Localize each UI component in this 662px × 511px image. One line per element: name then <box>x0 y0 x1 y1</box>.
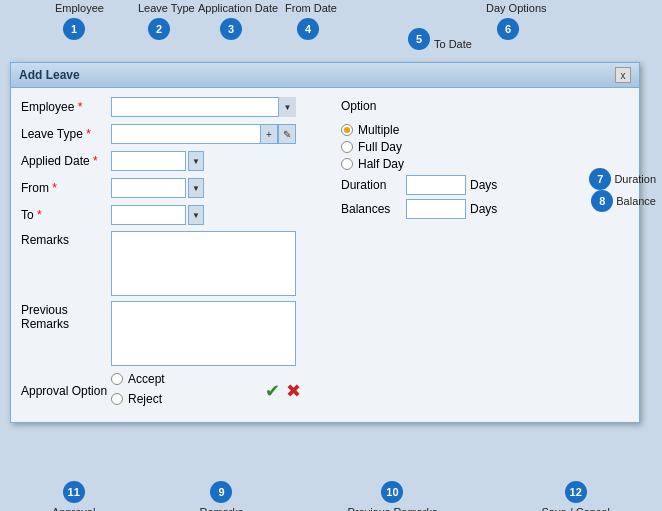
employee-dropdown-arrow[interactable]: ▼ <box>278 97 296 117</box>
halfday-radio[interactable] <box>341 158 353 170</box>
option-label: Option <box>341 99 376 113</box>
multiple-label: Multiple <box>358 123 399 137</box>
remarks-row: Remarks <box>21 231 331 296</box>
applied-date-row: Applied Date * /09/27 ▼ <box>21 150 331 172</box>
from-date-arrow[interactable]: ▼ <box>188 178 204 198</box>
multiple-option-row: Multiple <box>341 123 629 137</box>
duration-input[interactable] <box>406 175 466 195</box>
employee-label: Employee * <box>21 100 111 114</box>
ann-7-area: 7 Duration <box>589 168 656 190</box>
leave-type-label: Leave Type * <box>21 127 111 141</box>
to-row: To * ▼ <box>21 204 331 226</box>
halfday-label: Half Day <box>358 157 404 171</box>
applied-date-input[interactable]: /09/27 <box>111 151 186 171</box>
ann-label-8: Balance <box>616 195 656 207</box>
ann-label-10: Previous Remarks <box>348 506 438 511</box>
leave-type-edit-icon[interactable]: ✎ <box>278 124 296 144</box>
approval-reject-row: Reject <box>111 392 165 406</box>
halfday-option-row: Half Day <box>341 157 629 171</box>
from-date-wrapper: ▼ <box>111 178 204 198</box>
applied-date-wrapper: /09/27 ▼ <box>111 151 204 171</box>
option-row: Option <box>341 96 629 118</box>
ann-bubble-6: 6 <box>497 18 519 40</box>
reject-label: Reject <box>128 392 162 406</box>
left-column: Employee * ▼ Leave Type * <box>21 96 331 414</box>
duration-row: Duration Days <box>341 175 629 195</box>
ann-label-from-date: From Date <box>285 2 337 14</box>
ann-bubble-1: 1 <box>63 18 85 40</box>
add-leave-dialog: Add Leave x Employee * ▼ <box>10 62 640 423</box>
duration-days-label: Days <box>470 178 497 192</box>
fullday-label: Full Day <box>358 140 402 154</box>
balance-days-label: Days <box>470 202 497 216</box>
ann-bubble-10: 10 <box>381 481 403 503</box>
ann-bubble-8: 8 <box>591 190 613 212</box>
cancel-button[interactable]: ✖ <box>286 380 301 402</box>
ann-bubble-2: 2 <box>148 18 170 40</box>
employee-select-wrapper: ▼ <box>111 97 296 117</box>
balance-input[interactable] <box>406 199 466 219</box>
ann-label-9: Remarks <box>199 506 243 511</box>
approval-options: Accept Reject <box>111 372 165 409</box>
to-date-input[interactable] <box>111 205 186 225</box>
ann-bubble-4: 4 <box>297 18 319 40</box>
ann-8-area: 8 Balance <box>591 190 656 212</box>
ann-bubble-5: 5 <box>408 28 430 50</box>
accept-label: Accept <box>128 372 165 386</box>
reject-radio[interactable] <box>111 393 123 405</box>
prev-remarks-row: Previous Remarks <box>21 301 331 366</box>
ann-bubble-11: 11 <box>63 481 85 503</box>
leave-type-icons: + ✎ <box>260 124 296 144</box>
remarks-label: Remarks <box>21 231 111 247</box>
fullday-radio[interactable] <box>341 141 353 153</box>
from-label: From * <box>21 181 111 195</box>
ann-label-employee: Employee <box>55 2 104 14</box>
radio-options-group: Multiple Full Day Half Day <box>341 123 629 171</box>
approval-label: Approval Option <box>21 384 111 398</box>
employee-row: Employee * ▼ <box>21 96 331 118</box>
to-date-wrapper: ▼ <box>111 205 204 225</box>
form-layout: Employee * ▼ Leave Type * <box>21 96 629 414</box>
ann-label-12: Save / Cancel <box>541 506 609 511</box>
bub-item-11: 11 Approval <box>52 481 95 511</box>
approval-row: Approval Option Accept Reject ✔ <box>21 372 331 409</box>
bub-item-12: 12 Save / Cancel <box>541 481 609 511</box>
ann-bubble-9: 9 <box>210 481 232 503</box>
leave-type-row: Leave Type * + ✎ <box>21 123 331 145</box>
prev-remarks-label: Previous Remarks <box>21 301 111 331</box>
balance-label: Balances <box>341 202 406 216</box>
remarks-textarea[interactable] <box>111 231 296 296</box>
top-annotations: Employee 1 Leave Type 2 Application Date… <box>0 0 662 65</box>
from-date-input[interactable] <box>111 178 186 198</box>
duration-label: Duration <box>341 178 406 192</box>
to-label: To * <box>21 208 111 222</box>
ann-label-7: Duration <box>614 173 656 185</box>
prev-remarks-textarea[interactable] <box>111 301 296 366</box>
fullday-option-row: Full Day <box>341 140 629 154</box>
save-cancel-area: ✔ ✖ <box>265 380 301 402</box>
leave-type-select-wrapper: + ✎ <box>111 124 296 144</box>
accept-radio[interactable] <box>111 373 123 385</box>
from-row: From * ▼ <box>21 177 331 199</box>
ann-label-11: Approval <box>52 506 95 511</box>
ann-bubble-7: 7 <box>589 168 611 190</box>
dialog-title: Add Leave <box>19 68 80 82</box>
leave-type-add-icon[interactable]: + <box>260 124 278 144</box>
multiple-radio[interactable] <box>341 124 353 136</box>
dialog-body: Employee * ▼ Leave Type * <box>11 88 639 422</box>
to-date-arrow[interactable]: ▼ <box>188 205 204 225</box>
balance-row: Balances Days <box>341 199 629 219</box>
ann-label-to-date: To Date <box>434 38 472 50</box>
ann-bubble-3: 3 <box>220 18 242 40</box>
save-button[interactable]: ✔ <box>265 380 280 402</box>
close-button[interactable]: x <box>615 67 631 83</box>
approval-accept-row: Accept <box>111 372 165 386</box>
applied-date-arrow[interactable]: ▼ <box>188 151 204 171</box>
ann-label-app-date: Application Date <box>198 2 278 14</box>
employee-input[interactable] <box>111 97 296 117</box>
dialog-titlebar: Add Leave x <box>11 63 639 88</box>
bub-item-9: 9 Remarks <box>199 481 243 511</box>
right-column: Option Multiple Full Day Half Day <box>331 96 629 414</box>
ann-label-day-options: Day Options <box>486 2 547 14</box>
applied-date-label: Applied Date * <box>21 154 111 168</box>
